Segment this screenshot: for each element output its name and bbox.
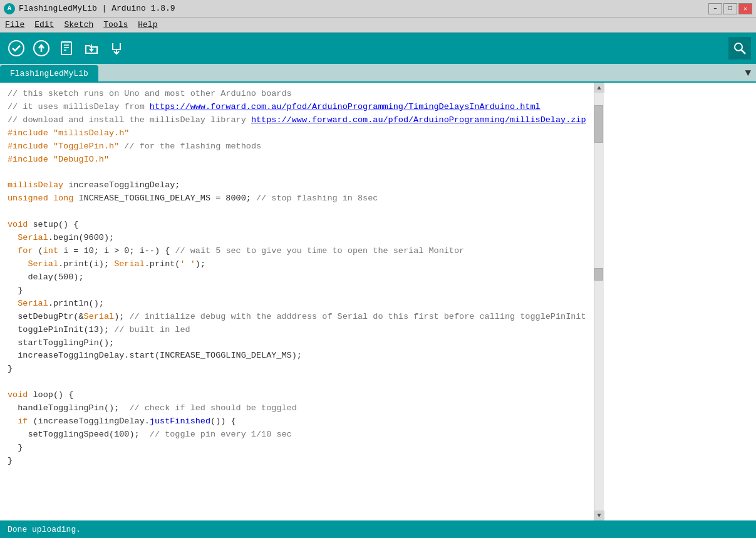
minimize-button[interactable]: – — [708, 3, 722, 14]
scrollbar-mid-thumb[interactable] — [594, 268, 603, 281]
maximize-button[interactable]: □ — [723, 3, 737, 14]
title-bar: A FlashingLedMyLib | Arduino 1.8.9 – □ ✕ — [0, 0, 756, 18]
svg-rect-3 — [61, 42, 71, 54]
serial-monitor-button[interactable] — [728, 37, 751, 59]
code-editor[interactable]: // this sketch runs on Uno and most othe… — [0, 83, 594, 520]
tab-bar: FlashingLedMyLib ▼ — [0, 64, 756, 83]
scrollbar-thumb[interactable] — [594, 105, 603, 143]
title-bar-left: A FlashingLedMyLib | Arduino 1.8.9 — [4, 3, 175, 14]
menu-tools[interactable]: Tools — [103, 20, 128, 29]
toolbar — [0, 33, 756, 64]
upload-button[interactable] — [30, 37, 53, 59]
verify-button[interactable] — [5, 37, 28, 59]
svg-line-8 — [741, 49, 745, 54]
menu-edit[interactable]: Edit — [34, 20, 54, 29]
scrollbar-up[interactable]: ▲ — [594, 83, 604, 93]
title-bar-controls: – □ ✕ — [708, 3, 752, 14]
svg-point-0 — [9, 41, 24, 56]
new-button[interactable] — [55, 37, 78, 59]
window-title: FlashingLedMyLib | Arduino 1.8.9 — [19, 4, 175, 13]
scrollbar-down[interactable]: ▼ — [594, 510, 604, 520]
tab-dropdown[interactable]: ▼ — [740, 65, 756, 81]
open-button[interactable] — [80, 37, 103, 59]
menu-sketch[interactable]: Sketch — [64, 20, 93, 29]
status-bar: Done uploading. — [0, 520, 756, 538]
menu-bar: File Edit Sketch Tools Help — [0, 18, 756, 33]
tab-flashingledmylib[interactable]: FlashingLedMyLib — [0, 65, 98, 81]
scrollbar-mid — [594, 143, 604, 510]
menu-help[interactable]: Help — [138, 20, 157, 29]
app-logo: A — [4, 3, 15, 14]
menu-file[interactable]: File — [5, 20, 24, 29]
status-message: Done uploading. — [8, 525, 81, 534]
close-button[interactable]: ✕ — [738, 3, 752, 14]
scrollbar[interactable]: ▲ ▼ — [594, 83, 604, 520]
toolbar-right — [728, 37, 751, 59]
save-button[interactable] — [105, 37, 128, 59]
editor-container: // this sketch runs on Uno and most othe… — [0, 83, 756, 520]
